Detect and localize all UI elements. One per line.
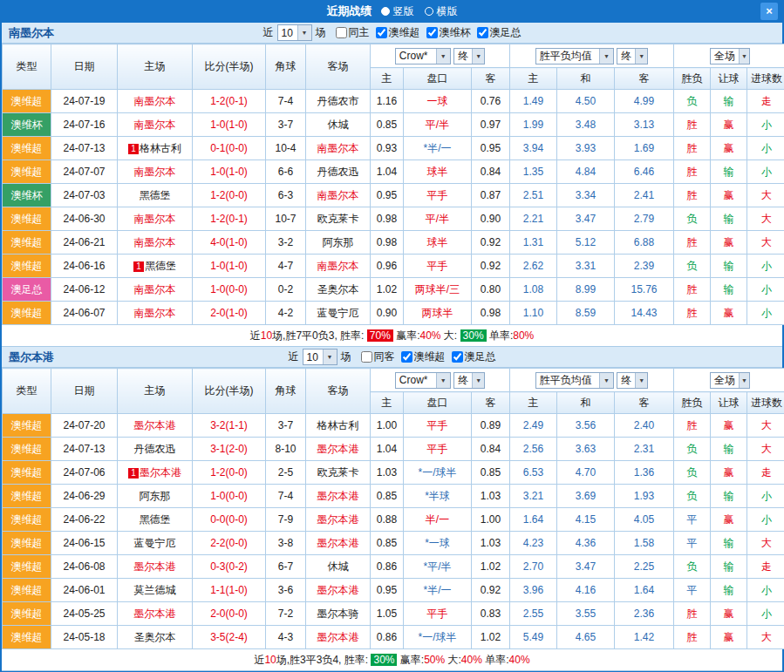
corners: 7-9 xyxy=(266,508,306,532)
radio-icon[interactable] xyxy=(381,7,390,16)
home-team: 南墨尔本 xyxy=(118,302,193,325)
handicap-line: 半/一 xyxy=(404,508,472,532)
league-tag: 澳维超 xyxy=(3,231,51,255)
league-tag: 澳维超 xyxy=(3,90,51,113)
handicap-result: 输 xyxy=(711,255,747,278)
handicap-result: 赢 xyxy=(711,508,747,532)
eu-away-odds: 14.43 xyxy=(615,302,674,325)
scope-select[interactable]: 全场▼ xyxy=(710,372,750,389)
eu-away-odds: 2.39 xyxy=(615,255,674,278)
summary-text: 大: xyxy=(441,329,460,343)
ah-away-odds: 0.80 xyxy=(472,278,510,302)
radio-icon[interactable] xyxy=(425,7,433,16)
score: 0-3(0-2) xyxy=(193,555,266,579)
ah-away-odds: 1.00 xyxy=(472,508,510,532)
col-header-score: 比分(半场) xyxy=(193,369,266,414)
recent-count-select[interactable]: 10 ▼ xyxy=(303,349,337,365)
wdl-average-select[interactable]: 胜平负均值▼ xyxy=(535,372,614,389)
away-team: 休城 xyxy=(306,113,371,137)
summary-text: 10 xyxy=(264,654,276,666)
corners: 2-5 xyxy=(266,461,306,485)
filter-option[interactable]: 澳维超 xyxy=(376,25,420,40)
handicap-line: 球半 xyxy=(404,160,472,184)
ah-away-odds: 0.98 xyxy=(472,302,510,325)
league-tag: 澳维超 xyxy=(3,579,51,602)
score: 3-2(1-1) xyxy=(193,414,266,438)
final-euro-select[interactable]: 终▼ xyxy=(617,48,648,64)
summary-south-melbourne: 近10场,胜7平0负3, 胜率: 70% 赢率:40% 大: 30% 单率:80… xyxy=(2,325,782,347)
summary-text: 近 xyxy=(250,329,261,343)
handicap-result: 赢 xyxy=(711,184,747,207)
eu-home-odds: 1.99 xyxy=(510,113,557,137)
filter-option[interactable]: 同客 xyxy=(361,350,395,364)
eu-draw-odds: 3.56 xyxy=(557,414,615,438)
handicap-result: 赢 xyxy=(711,461,747,485)
handicap-line: 平/半 xyxy=(404,113,472,137)
eu-away-odds: 2.41 xyxy=(615,184,674,207)
radio-vertical-layout[interactable]: 竖版 xyxy=(381,4,414,19)
summary-text: 40% xyxy=(509,654,530,666)
home-team: 墨尔本港 xyxy=(118,414,193,438)
away-team: 墨尔本港 xyxy=(306,532,371,555)
filter-checkbox[interactable] xyxy=(401,351,412,363)
col-header-corners: 角球 xyxy=(266,44,306,90)
score: 1-2(0-1) xyxy=(193,207,266,231)
odds-company-select[interactable]: Crow*▼ xyxy=(395,372,451,389)
home-team: 阿东那 xyxy=(118,485,193,508)
match-result: 胜 xyxy=(674,137,711,160)
summary-text: 大: xyxy=(445,653,461,668)
col-header-home: 主场 xyxy=(118,44,193,90)
filter-option[interactable]: 澳维杯 xyxy=(426,25,471,40)
ah-away-odds: 1.03 xyxy=(472,532,510,555)
filter-checkbox[interactable] xyxy=(477,27,488,38)
filter-option[interactable]: 澳足总 xyxy=(477,25,522,40)
match-result: 平 xyxy=(674,508,711,532)
recent-count-select[interactable]: 10 ▼ xyxy=(277,24,312,41)
handicap-line: *一球 xyxy=(404,532,472,555)
filter-checkbox[interactable] xyxy=(361,351,372,363)
final-odds-select[interactable]: 终▼ xyxy=(453,48,485,64)
match-row: 澳维超24-07-07南墨尔本1-0(1-0)6-6丹德农迅1.04球半0.84… xyxy=(3,160,784,184)
match-date: 24-06-21 xyxy=(51,231,118,255)
score: 1-2(0-0) xyxy=(193,184,266,207)
radio-horizontal-layout[interactable]: 横版 xyxy=(425,4,458,19)
match-result: 胜 xyxy=(674,113,711,137)
ah-away-odds: 1.02 xyxy=(472,626,510,649)
filter-checkbox[interactable] xyxy=(426,27,438,38)
final-odds-select[interactable]: 终▼ xyxy=(453,372,485,389)
league-tag: 澳维超 xyxy=(3,626,51,649)
match-date: 24-05-18 xyxy=(51,626,118,649)
goals-result: 小 xyxy=(747,302,784,325)
league-tag: 澳维超 xyxy=(3,302,51,325)
filter-checkbox[interactable] xyxy=(336,27,347,38)
eu-home-odds: 3.96 xyxy=(510,579,557,602)
eu-away-odds: 1.58 xyxy=(615,532,674,555)
match-row: 澳足总24-06-12南墨尔本1-0(0-0)0-2圣奥尔本1.02两球半/三0… xyxy=(3,278,784,302)
wdl-average-select[interactable]: 胜平负均值▼ xyxy=(535,48,614,64)
match-result: 负 xyxy=(674,485,711,508)
scope-controls: 全场▼ xyxy=(674,44,784,68)
filter-option[interactable]: 澳维超 xyxy=(401,350,446,364)
filter-option[interactable]: 澳足总 xyxy=(452,350,496,364)
eu-draw-odds: 4.65 xyxy=(557,626,615,649)
chevron-down-icon: ▼ xyxy=(739,373,749,388)
match-row: 澳维超24-06-30南墨尔本1-2(0-1)10-7欧克莱卡0.98平/半0.… xyxy=(3,207,784,231)
eu-away-odds: 4.05 xyxy=(615,508,674,532)
match-date: 24-06-16 xyxy=(51,255,118,278)
corners: 8-10 xyxy=(266,438,306,461)
league-tag: 澳维杯 xyxy=(3,184,51,207)
close-icon[interactable]: × xyxy=(760,3,778,20)
filter-checkbox[interactable] xyxy=(376,27,387,38)
col-header-ah-home: 主 xyxy=(371,68,404,90)
match-result: 负 xyxy=(674,90,711,113)
recent-count-value: 10 xyxy=(282,27,293,39)
scope-select[interactable]: 全场▼ xyxy=(710,48,750,64)
filter-checkbox[interactable] xyxy=(452,351,463,363)
final-euro-select[interactable]: 终▼ xyxy=(617,372,648,389)
filter-option[interactable]: 同主 xyxy=(336,25,370,40)
odds-company-select[interactable]: Crow*▼ xyxy=(395,48,451,64)
ah-home-odds: 0.85 xyxy=(371,485,404,508)
col-header-corners: 角球 xyxy=(266,369,306,414)
match-date: 24-06-07 xyxy=(51,302,118,325)
eu-draw-odds: 4.16 xyxy=(557,579,615,602)
